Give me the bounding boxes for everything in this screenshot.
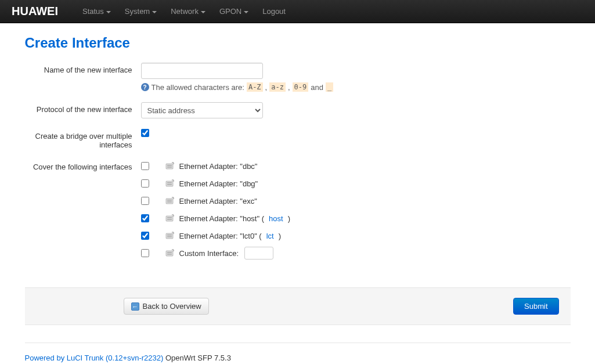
custom-interface-input[interactable] (244, 247, 273, 260)
interface-checkbox-3[interactable] (141, 214, 149, 222)
bridge-label: Create a bridge over multiple interfaces (25, 129, 141, 149)
svg-rect-5 (167, 184, 172, 185)
protocol-label: Protocol of the new interface (25, 102, 141, 114)
nav-system[interactable]: System (118, 7, 164, 16)
actions-bar: ← Back to Overview Submit (25, 287, 571, 325)
ethernet-adapter-icon (165, 232, 175, 240)
svg-rect-14 (167, 236, 172, 237)
back-button[interactable]: ← Back to Overview (124, 298, 209, 315)
interface-label: Ethernet Adapter: "exc" (179, 197, 257, 206)
chevron-down-icon (244, 11, 248, 13)
svg-rect-1 (167, 165, 172, 166)
name-help: ? The allowed characters are: A-Z, a-z, … (141, 82, 571, 92)
interface-label: Ethernet Adapter: "dbg" (179, 179, 258, 188)
field-name: Name of the new interface ? The allowed … (25, 63, 571, 92)
name-label: Name of the new interface (25, 63, 141, 74)
ethernet-adapter-icon (165, 179, 175, 188)
submit-button[interactable]: Submit (513, 298, 558, 315)
interface-label: Ethernet Adapter: "lct0" ( (179, 232, 262, 240)
bridge-checkbox[interactable] (141, 129, 149, 137)
brand: HUAWEI (12, 5, 58, 18)
interface-row: Ethernet Adapter: "dbc" (141, 160, 571, 172)
interface-label: Ethernet Adapter: "dbc" (179, 162, 258, 171)
footer: Powered by LuCI Trunk (0.12+svn-r2232) O… (25, 343, 571, 362)
ethernet-adapter-icon (165, 197, 175, 205)
chevron-down-icon (106, 11, 111, 13)
protocol-select[interactable]: Static address (141, 102, 263, 118)
field-bridge: Create a bridge over multiple interfaces (25, 129, 571, 149)
field-protocol: Protocol of the new interface Static add… (25, 102, 571, 118)
interface-link[interactable]: lct (266, 232, 274, 240)
chevron-down-icon (201, 11, 205, 13)
svg-rect-2 (167, 167, 172, 168)
name-input[interactable] (141, 63, 263, 79)
interface-row: Ethernet Adapter: "host" (host) (141, 212, 571, 225)
ethernet-adapter-icon (165, 214, 175, 222)
interface-checkbox-4[interactable] (141, 232, 149, 240)
interface-label: Ethernet Adapter: "host" ( (179, 214, 265, 223)
svg-rect-6 (166, 199, 173, 204)
interface-checkbox-0[interactable] (141, 162, 149, 170)
interface-checkbox-2[interactable] (141, 197, 149, 205)
navbar: HUAWEI StatusSystemNetworkGPONLogout (0, 0, 595, 23)
svg-rect-15 (166, 251, 173, 256)
help-icon: ? (141, 83, 149, 91)
svg-rect-11 (167, 219, 172, 220)
svg-rect-7 (167, 200, 172, 201)
nav-network[interactable]: Network (164, 7, 212, 16)
nav-logout[interactable]: Logout (255, 7, 293, 16)
svg-rect-12 (166, 233, 173, 239)
nav-gpon[interactable]: GPON (212, 7, 255, 16)
interface-checkbox-1[interactable] (141, 179, 149, 188)
page-title: Create Interface (25, 35, 571, 51)
svg-rect-3 (166, 181, 173, 186)
chevron-down-icon (152, 11, 157, 13)
field-cover-interfaces: Cover the following interfaces Ethernet … (25, 160, 571, 264)
luci-link[interactable]: Powered by LuCI Trunk (0.12+svn-r2232) (25, 354, 164, 362)
svg-rect-10 (167, 217, 172, 218)
nav-status[interactable]: Status (75, 7, 118, 16)
svg-rect-17 (167, 254, 172, 255)
back-arrow-icon: ← (131, 302, 139, 311)
svg-rect-4 (167, 182, 172, 183)
custom-interface-label: Custom Interface: (179, 249, 239, 258)
ethernet-adapter-icon (165, 249, 175, 257)
ethernet-adapter-icon (165, 162, 175, 170)
interface-row: Ethernet Adapter: "lct0" (lct) (141, 229, 571, 242)
cover-label: Cover the following interfaces (25, 160, 141, 171)
interface-row: Ethernet Adapter: "exc" (141, 194, 571, 207)
svg-rect-8 (167, 201, 172, 203)
svg-rect-0 (166, 164, 173, 169)
svg-rect-9 (166, 216, 173, 221)
main-container: Create Interface Name of the new interfa… (25, 23, 571, 364)
interface-row: Ethernet Adapter: "dbg" (141, 177, 571, 190)
svg-rect-13 (167, 235, 172, 236)
interface-link[interactable]: host (269, 214, 283, 223)
interface-row-custom: Custom Interface: (141, 247, 571, 260)
interface-checkbox-custom[interactable] (141, 249, 149, 257)
svg-rect-16 (167, 252, 172, 253)
